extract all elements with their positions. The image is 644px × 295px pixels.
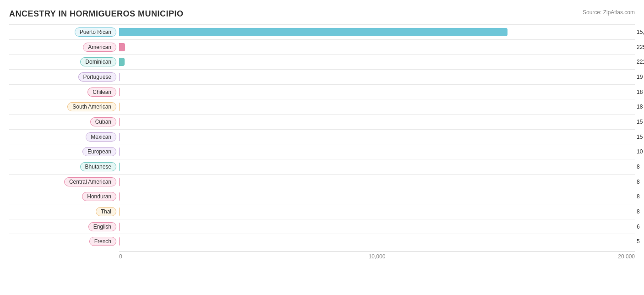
- label-area: Cuban: [9, 117, 119, 126]
- bar: [119, 73, 120, 81]
- bar: [119, 43, 125, 51]
- bar-area: 15: [119, 130, 635, 144]
- bar-area: 8: [119, 175, 635, 189]
- label-area: Chilean: [9, 87, 119, 97]
- bar-value: 8: [637, 164, 640, 170]
- bar-row: Puerto Rican 15,066: [9, 24, 635, 39]
- bar-row: Dominican 221: [9, 54, 635, 69]
- bar-value: 15: [637, 119, 643, 125]
- chart-title: ANCESTRY IN HORMIGUEROS MUNICIPIO: [9, 9, 635, 19]
- bar: [119, 118, 120, 126]
- x-tick: 20,000: [463, 251, 635, 260]
- label-area: Honduran: [9, 192, 119, 201]
- bar-row: Bhutanese 8: [9, 159, 635, 174]
- bar-area: 15: [119, 115, 635, 129]
- label-pill: European: [82, 147, 116, 156]
- x-axis: 010,00020,000: [119, 251, 635, 260]
- label-area: French: [9, 237, 119, 246]
- bars-wrapper: Puerto Rican 15,066 American 225 Dominic…: [9, 24, 635, 249]
- chart-area: Puerto Rican 15,066 American 225 Dominic…: [9, 24, 635, 260]
- label-area: Thai: [9, 207, 119, 216]
- label-area: English: [9, 222, 119, 231]
- chart-container: ANCESTRY IN HORMIGUEROS MUNICIPIO Source…: [0, 0, 644, 295]
- bar-row: Chilean 18: [9, 84, 635, 99]
- label-pill: Portuguese: [78, 72, 116, 82]
- label-pill: Central American: [64, 177, 116, 186]
- bar-value: 8: [637, 208, 640, 215]
- bar-area: 6: [119, 219, 635, 234]
- bar: [119, 28, 508, 36]
- bar-value: 15: [637, 134, 643, 140]
- bar-row: European 10: [9, 144, 635, 159]
- label-pill: English: [88, 222, 116, 231]
- bar-area: 225: [119, 40, 635, 55]
- label-pill: French: [89, 237, 116, 246]
- bar-area: 8: [119, 189, 635, 204]
- bar-area: 10: [119, 144, 635, 159]
- bar-area: 18: [119, 85, 635, 99]
- bar: [119, 133, 120, 141]
- bar-row: American 225: [9, 39, 635, 55]
- label-pill: Puerto Rican: [75, 27, 116, 37]
- bar-row: English 6: [9, 219, 635, 234]
- bar-value: 6: [637, 224, 640, 230]
- bar-value: 18: [637, 89, 643, 95]
- label-pill: Dominican: [80, 57, 116, 66]
- label-pill: South American: [67, 102, 116, 111]
- bar-area: 5: [119, 234, 635, 249]
- bar: [119, 148, 120, 156]
- x-tick: 10,000: [291, 251, 463, 260]
- bar-area: 18: [119, 99, 635, 114]
- bar-row: French 5: [9, 234, 635, 249]
- bar-area: 221: [119, 55, 635, 69]
- label-pill: Mexican: [86, 132, 116, 142]
- bar-row: Honduran 8: [9, 189, 635, 204]
- bar-row: Cuban 15: [9, 114, 635, 129]
- label-area: European: [9, 147, 119, 156]
- bar: [119, 88, 120, 96]
- bar-value: 10: [637, 148, 643, 155]
- bar-area: 19: [119, 70, 635, 84]
- label-pill: Cuban: [90, 117, 116, 126]
- bar-area: 8: [119, 204, 635, 219]
- bar-row: South American 18: [9, 99, 635, 114]
- bar-area: 8: [119, 159, 635, 174]
- bar-row: Thai 8: [9, 204, 635, 219]
- bar-value: 5: [637, 238, 640, 245]
- bar-value: 8: [637, 193, 640, 200]
- label-area: Central American: [9, 177, 119, 186]
- label-area: Dominican: [9, 57, 119, 66]
- bar-value: 225: [637, 44, 644, 50]
- bar-row: Central American 8: [9, 174, 635, 189]
- label-area: Puerto Rican: [9, 27, 119, 37]
- bar-value: 8: [637, 179, 640, 185]
- label-area: South American: [9, 102, 119, 111]
- bar-value: 18: [637, 104, 643, 110]
- bar-value: 19: [637, 74, 643, 80]
- label-pill: American: [83, 43, 116, 52]
- x-tick: 0: [119, 251, 291, 260]
- bar-value: 221: [637, 59, 644, 65]
- bar: [119, 58, 125, 66]
- label-pill: Bhutanese: [80, 162, 116, 171]
- bar-row: Portuguese 19: [9, 69, 635, 84]
- source-label: Source: ZipAtlas.com: [583, 9, 635, 16]
- label-area: Bhutanese: [9, 162, 119, 171]
- bar-area: 15,066: [119, 25, 635, 39]
- label-area: Mexican: [9, 132, 119, 142]
- label-pill: Thai: [96, 207, 116, 216]
- label-area: Portuguese: [9, 72, 119, 82]
- label-pill: Chilean: [87, 87, 116, 97]
- label-area: American: [9, 43, 119, 52]
- label-pill: Honduran: [82, 192, 116, 201]
- bar: [119, 103, 120, 111]
- bar-value: 15,066: [637, 29, 644, 35]
- bar-row: Mexican 15: [9, 129, 635, 144]
